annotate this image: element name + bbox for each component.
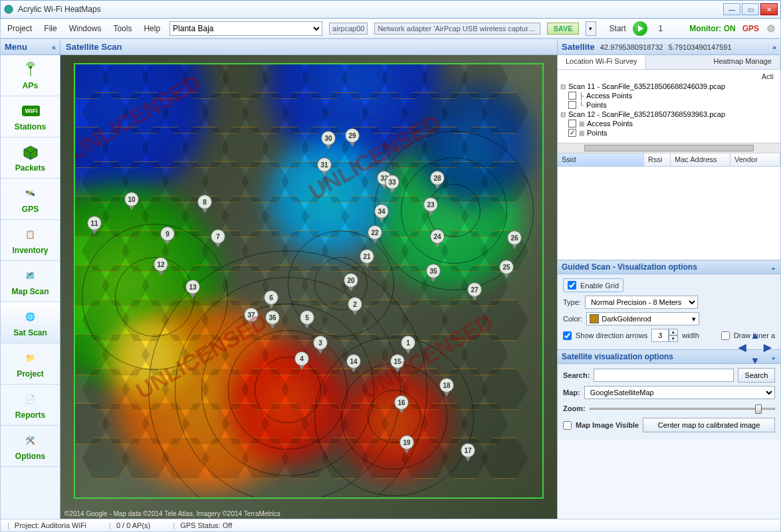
map-pin[interactable]: 13 — [185, 280, 200, 298]
save-dropdown[interactable]: ▾ — [586, 21, 596, 36]
map-pin[interactable]: 35 — [426, 264, 441, 282]
search-input[interactable] — [594, 369, 734, 382]
map-pin[interactable]: 36 — [265, 310, 280, 329]
tree-scrollbar[interactable] — [558, 143, 780, 153]
guided-scan-header[interactable]: Guided Scan - Visualization options⌄ — [558, 260, 780, 274]
map-pin[interactable]: 3 — [313, 335, 328, 354]
tab-heatmap[interactable]: Heatmap Manage — [706, 55, 780, 69]
arrow-down-icon[interactable]: ▼ — [749, 354, 761, 366]
nav-gps[interactable]: 🛰️GPS — [1, 179, 60, 220]
tab-survey[interactable]: Location Wi-Fi Survey — [558, 55, 646, 69]
floorplan-select[interactable]: Planta Baja — [169, 21, 322, 36]
search-button[interactable]: Search — [738, 368, 775, 383]
cb-scan11-ap[interactable] — [568, 92, 576, 100]
ssid-table[interactable]: Ssid Rssi Mac Address Vendor — [558, 153, 780, 260]
start-button[interactable] — [633, 21, 647, 36]
map-pin[interactable]: 7 — [211, 229, 225, 248]
map-pin[interactable]: 26 — [507, 230, 522, 249]
maximize-button[interactable]: ▭ — [742, 3, 759, 15]
map-pin[interactable]: 24 — [430, 229, 445, 248]
arrow-left-icon[interactable]: ◀ — [736, 341, 748, 353]
map-pin[interactable]: 34 — [374, 204, 389, 222]
map-pin[interactable]: 6 — [264, 290, 279, 309]
center-map-button[interactable]: Center map to calibrated image — [643, 418, 775, 432]
arrow-right-icon[interactable]: ▶ — [762, 341, 774, 353]
col-vendor[interactable]: Vendor — [730, 153, 780, 166]
col-ssid[interactable]: Ssid — [558, 153, 644, 166]
col-rssi[interactable]: Rssi — [644, 153, 671, 166]
map-pin[interactable]: 25 — [499, 260, 514, 278]
map-pin[interactable]: 17 — [461, 443, 475, 462]
map-header: Satellite Scan — [60, 39, 557, 55]
grid-color-select[interactable]: DarkGoldenrod▾ — [586, 312, 699, 325]
map-pin[interactable]: 21 — [360, 249, 374, 268]
menu-help[interactable]: Help — [141, 23, 163, 35]
map-pin[interactable]: 10 — [124, 192, 139, 211]
map-pin[interactable]: 14 — [346, 354, 361, 373]
map-pin[interactable]: 12 — [154, 257, 168, 276]
map-pin[interactable]: 30 — [321, 131, 336, 149]
col-mac[interactable]: Mac Address — [671, 153, 730, 166]
map-pin[interactable]: 15 — [390, 354, 405, 373]
map-pin[interactable]: 1 — [401, 335, 415, 354]
menu-file[interactable]: File — [41, 23, 59, 35]
map-pin[interactable]: 9 — [160, 226, 175, 245]
enable-grid-checkbox[interactable] — [568, 281, 576, 290]
draw-inner-checkbox[interactable] — [721, 331, 730, 340]
map-pin[interactable]: 19 — [399, 435, 414, 454]
nav-aps[interactable]: APs — [1, 55, 60, 96]
close-button[interactable]: ✕ — [760, 3, 778, 15]
map-pin[interactable]: 27 — [467, 282, 482, 301]
map-pin[interactable]: 8 — [197, 195, 212, 213]
nav-mapscan[interactable]: 🗺️Map Scan — [1, 261, 60, 302]
map-type-select[interactable]: GoogleSatelliteMap — [584, 386, 775, 399]
map-pin[interactable]: 22 — [368, 225, 382, 244]
nav-satscan[interactable]: 🌐Sat Scan — [1, 302, 60, 343]
nav-options[interactable]: 🛠️Options — [1, 426, 60, 467]
minimize-button[interactable]: — — [723, 3, 740, 15]
cb-scan12-pts[interactable] — [568, 129, 576, 137]
map-pin[interactable]: 28 — [430, 171, 445, 189]
direction-arrows-pad[interactable]: ▲ ◀▶ ▼ — [736, 329, 774, 366]
nav-reports[interactable]: 📄Reports — [1, 385, 60, 426]
cb-scan12-ap[interactable] — [568, 120, 576, 128]
right-title: Satellite — [562, 42, 595, 52]
map-pin[interactable]: 5 — [300, 310, 314, 329]
nav-project[interactable]: 📁Project — [1, 343, 60, 385]
show-arrows-checkbox[interactable] — [563, 331, 572, 340]
tree-scan12[interactable]: Scan 12 - ScanFile_635218507368593963.pc… — [568, 110, 725, 118]
map-pin[interactable]: 18 — [439, 378, 454, 397]
map-canvas[interactable]: 1234567891011121314151617181920212223242… — [60, 55, 557, 519]
map-pin[interactable]: 4 — [294, 351, 309, 370]
save-button[interactable]: SAVE — [547, 23, 578, 35]
map-pin[interactable]: 2 — [348, 297, 362, 315]
adapter-short[interactable]: airpcap00 — [329, 23, 368, 35]
nav-packets[interactable]: Packets — [1, 137, 60, 179]
menu-tools[interactable]: Tools — [110, 23, 134, 35]
cb-scan11-pts[interactable] — [568, 101, 576, 109]
map-pin[interactable]: 31 — [317, 157, 332, 176]
map-pin[interactable]: 29 — [345, 128, 360, 147]
map-pin[interactable]: 16 — [394, 395, 409, 414]
nav-inventory[interactable]: 📋Inventory — [1, 220, 60, 261]
menu-project[interactable]: Project — [5, 23, 35, 35]
map-pin[interactable]: 11 — [87, 216, 102, 234]
map-visible-checkbox[interactable] — [563, 421, 572, 430]
menu-windows[interactable]: Windows — [66, 23, 104, 35]
map-pin[interactable]: 20 — [344, 273, 358, 292]
arrow-width-spinner[interactable]: ▴▾ — [651, 329, 678, 342]
map-pin[interactable]: 37 — [244, 308, 259, 326]
adapter-long[interactable]: Network adapter 'AirPcap USB wireless ca… — [374, 23, 540, 35]
tree-scan11[interactable]: Scan 11 - ScanFile_635218506688246039.pc… — [568, 82, 725, 90]
sidebar-collapse-icon[interactable]: « — [52, 43, 56, 51]
scan-tree[interactable]: Acti ⊟Scan 11 - ScanFile_635218506688246… — [558, 70, 780, 143]
zoom-slider[interactable] — [590, 402, 775, 414]
nav-stations[interactable]: WiFiStations — [1, 96, 60, 137]
expand-icon[interactable]: » — [772, 43, 776, 51]
options-icon: 🛠️ — [21, 432, 40, 449]
sidebar-header: Menu « — [1, 39, 60, 55]
map-pin[interactable]: 33 — [385, 175, 399, 193]
map-pin[interactable]: 23 — [423, 197, 438, 216]
arrow-up-icon[interactable]: ▲ — [749, 329, 761, 341]
grid-type-select[interactable]: Normal Precision - 8 Meters — [585, 296, 698, 309]
